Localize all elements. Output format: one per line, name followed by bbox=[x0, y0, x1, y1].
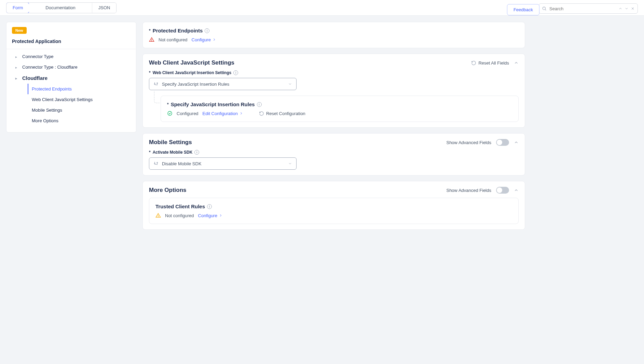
reset-label: Reset Configuration bbox=[266, 111, 305, 116]
edit-configuration-link[interactable]: Edit Configuration bbox=[203, 111, 243, 116]
tree-label: Cloudflare bbox=[22, 75, 47, 81]
status-row: Not configured Configure bbox=[155, 213, 512, 218]
card-actions: Show Advanced Fields bbox=[446, 187, 519, 194]
svg-point-9 bbox=[154, 163, 155, 164]
status-text: Not configured bbox=[165, 213, 194, 218]
reset-all-fields-section[interactable]: Reset All Fields bbox=[471, 60, 509, 66]
toggle-show-advanced-more[interactable] bbox=[496, 187, 509, 194]
sub-card-insertion-rules: * Specify JavaScript Insertion Rules i C… bbox=[161, 96, 519, 122]
reset-icon bbox=[471, 60, 476, 66]
warning-icon bbox=[155, 213, 161, 218]
tree-item-cloudflare[interactable]: ▸ Cloudflare bbox=[6, 72, 136, 84]
card-header: Web Client JavaScript Settings Reset All… bbox=[149, 59, 519, 66]
chevron-down-icon bbox=[288, 82, 292, 86]
required-star: * bbox=[149, 70, 151, 75]
configure-label: Configure bbox=[192, 37, 211, 42]
info-icon[interactable]: i bbox=[207, 204, 212, 209]
status-row: Configured Edit Configuration Reset Conf… bbox=[167, 111, 512, 116]
more-options-title: More Options bbox=[149, 187, 187, 194]
branch-icon bbox=[153, 82, 159, 87]
collapse-icon[interactable] bbox=[514, 188, 519, 193]
branch-icon bbox=[153, 161, 159, 166]
mobile-title: Mobile Settings bbox=[149, 139, 192, 146]
tree-sub-protected-endpoints[interactable]: Protected Endpoints bbox=[28, 84, 136, 94]
status-text: Not configured bbox=[159, 37, 188, 42]
label-text: Activate Mobile SDK bbox=[153, 150, 193, 155]
svg-point-12 bbox=[158, 216, 158, 217]
title-text: Specify JavaScript Insertion Rules bbox=[171, 101, 255, 107]
search-close-icon[interactable] bbox=[631, 6, 635, 11]
configure-link-trusted[interactable]: Configure bbox=[198, 213, 223, 218]
required-star: * bbox=[149, 150, 151, 155]
status-row: Not configured Configure bbox=[149, 37, 519, 42]
card-header: Mobile Settings Show Advanced Fields bbox=[149, 139, 519, 146]
edit-label: Edit Configuration bbox=[203, 111, 238, 116]
feedback-button[interactable]: Feedback bbox=[507, 4, 539, 15]
search-icon bbox=[542, 6, 547, 11]
select-mobile-sdk[interactable]: Disable Mobile SDK bbox=[149, 157, 297, 170]
status-text: Configured bbox=[177, 111, 198, 116]
info-icon[interactable]: i bbox=[205, 28, 209, 33]
search-prev-icon[interactable] bbox=[618, 6, 622, 11]
trusted-client-title: Trusted Client Rules i bbox=[155, 204, 512, 209]
collapse-icon[interactable] bbox=[514, 60, 519, 65]
toggle-show-advanced-mobile[interactable] bbox=[496, 139, 509, 146]
sidebar-title: Protected Application bbox=[6, 37, 136, 49]
select-value: Disable Mobile SDK bbox=[162, 161, 202, 166]
tree-label: Connector Type bbox=[22, 54, 54, 59]
title-text: Trusted Client Rules bbox=[155, 204, 205, 209]
configure-link[interactable]: Configure bbox=[192, 37, 216, 42]
search-next-icon[interactable] bbox=[625, 6, 629, 11]
card-protected-endpoints: * Protected Endpoints i Not configured C… bbox=[142, 22, 525, 48]
required-star: * bbox=[167, 102, 169, 107]
svg-point-5 bbox=[151, 41, 152, 41]
tab-form[interactable]: Form bbox=[6, 2, 29, 13]
reset-configuration[interactable]: Reset Configuration bbox=[259, 111, 305, 116]
tree-sub-more-options[interactable]: More Options bbox=[28, 115, 136, 126]
card-actions: Reset All Fields bbox=[471, 60, 519, 66]
view-tabs: Form Documentation JSON bbox=[6, 2, 117, 13]
webclient-title: Web Client JavaScript Settings bbox=[149, 59, 234, 66]
search-controls bbox=[618, 6, 635, 11]
svg-point-10 bbox=[157, 162, 158, 163]
tree-label: Connector Type : Cloudflare bbox=[22, 65, 78, 70]
select-value: Specify JavaScript Insertion Rules bbox=[162, 82, 229, 87]
field-label-insertion-settings: * Web Client JavaScript Insertion Settin… bbox=[149, 70, 519, 75]
tab-documentation[interactable]: Documentation bbox=[29, 3, 92, 13]
warning-icon bbox=[149, 37, 154, 42]
inner-card-trusted-client: Trusted Client Rules i Not configured Co… bbox=[149, 198, 519, 224]
search-input[interactable] bbox=[549, 6, 616, 11]
field-label-activate-sdk: * Activate Mobile SDK i bbox=[149, 150, 519, 155]
tab-json[interactable]: JSON bbox=[92, 3, 117, 13]
info-icon[interactable]: i bbox=[194, 150, 199, 155]
new-badge: New bbox=[12, 27, 27, 34]
check-circle-icon bbox=[167, 111, 173, 116]
title-text: Protected Endpoints bbox=[153, 28, 203, 33]
label-text: Web Client JavaScript Insertion Settings bbox=[153, 70, 232, 75]
info-icon[interactable]: i bbox=[233, 70, 238, 75]
chevron-right-icon bbox=[239, 111, 243, 115]
select-insertion-rules[interactable]: Specify JavaScript Insertion Rules bbox=[149, 78, 297, 90]
card-header: More Options Show Advanced Fields bbox=[149, 187, 519, 194]
sidebar: New Protected Application ▸ Connector Ty… bbox=[6, 22, 136, 132]
show-adv-label: Show Advanced Fields bbox=[446, 188, 491, 193]
info-icon[interactable]: i bbox=[257, 102, 262, 107]
protected-endpoints-title: * Protected Endpoints i bbox=[149, 28, 519, 33]
configure-label: Configure bbox=[198, 213, 217, 218]
tree-item-connector-type-cloudflare[interactable]: ▸ Connector Type : Cloudflare bbox=[6, 62, 136, 72]
layout: New Protected Application ▸ Connector Ty… bbox=[0, 16, 644, 236]
svg-line-1 bbox=[545, 10, 546, 11]
main: * Protected Endpoints i Not configured C… bbox=[142, 22, 525, 230]
tree-item-connector-type[interactable]: ▸ Connector Type bbox=[6, 51, 136, 62]
tree-sub: Protected Endpoints Web Client JavaScrip… bbox=[6, 84, 136, 126]
card-mobile-settings: Mobile Settings Show Advanced Fields * A… bbox=[142, 133, 525, 176]
tree-sub-mobile-settings[interactable]: Mobile Settings bbox=[28, 105, 136, 115]
caret-icon: ▸ bbox=[15, 66, 19, 69]
search-box[interactable] bbox=[539, 3, 638, 14]
show-adv-label: Show Advanced Fields bbox=[446, 140, 491, 145]
tree-sub-webclient-js[interactable]: Web Client JavaScript Settings bbox=[28, 94, 136, 105]
svg-point-8 bbox=[168, 111, 172, 115]
collapse-icon[interactable] bbox=[514, 140, 519, 145]
svg-point-0 bbox=[543, 7, 545, 10]
reset-icon bbox=[259, 111, 264, 116]
